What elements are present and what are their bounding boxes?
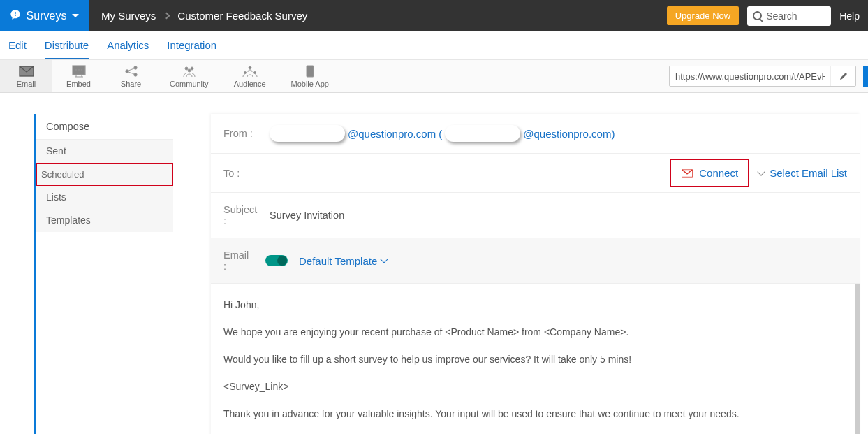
template-select[interactable]: Default Template: [299, 255, 387, 267]
toolbar-share[interactable]: Share: [105, 60, 157, 92]
svg-point-2: [75, 69, 77, 71]
chevron-right-icon: [163, 13, 170, 20]
product-switcher[interactable]: Surveys: [0, 0, 89, 31]
svg-point-4: [80, 69, 82, 71]
body-line: Hi John,: [223, 298, 843, 312]
embed-icon: [72, 64, 86, 78]
right-accent-strip: [863, 66, 868, 87]
mail-icon: [19, 64, 34, 78]
svg-point-5: [125, 70, 128, 73]
to-label: To :: [223, 168, 244, 179]
toolbar-label: Community: [170, 80, 209, 88]
share-icon: [124, 64, 139, 78]
from-domain-1: @questionpro.com (: [348, 128, 442, 140]
svg-point-3: [78, 69, 80, 71]
search-icon: [753, 11, 762, 20]
tab-analytics[interactable]: Analytics: [107, 39, 149, 59]
svg-point-8: [185, 67, 188, 70]
toolbar-email[interactable]: Email: [0, 60, 52, 92]
svg-point-6: [133, 66, 136, 69]
content-area: Compose Sent Scheduled Lists Templates F…: [0, 93, 868, 434]
template-label: Default Template: [299, 255, 377, 267]
subject-value[interactable]: Survey Invitation: [270, 210, 344, 221]
svg-point-7: [133, 73, 136, 76]
help-link[interactable]: Help: [839, 10, 860, 22]
svg-point-15: [309, 75, 311, 76]
sidebar-item-lists[interactable]: Lists: [36, 186, 173, 209]
svg-point-9: [191, 67, 193, 70]
survey-url-box: [669, 66, 856, 87]
from-row: From : @questionpro.com ( @questionpro.c…: [211, 114, 860, 154]
toolbar-label: Share: [121, 80, 141, 88]
connect-label: Connect: [699, 167, 738, 179]
breadcrumb: My Surveys Customer Feedback Survey: [89, 0, 307, 31]
mobile-icon: [306, 64, 314, 78]
sidebar-header: Compose: [36, 114, 173, 140]
email-body-editor[interactable]: Hi John, We hope you are enjoying your r…: [211, 284, 860, 434]
tab-distribute[interactable]: Distribute: [45, 39, 89, 59]
logo-icon: [10, 9, 21, 23]
toolbar-label: Audience: [234, 80, 266, 88]
tab-integration[interactable]: Integration: [167, 39, 216, 59]
gmail-connect-button[interactable]: Connect: [670, 159, 749, 187]
top-bar: Surveys My Surveys Customer Feedback Sur…: [0, 0, 868, 31]
from-domain-2: @questionpro.com): [523, 128, 615, 140]
caret-down-icon: [72, 14, 79, 17]
compose-sidebar: Compose Sent Scheduled Lists Templates: [34, 114, 173, 434]
edit-url-button[interactable]: [830, 66, 855, 86]
svg-point-11: [249, 66, 251, 69]
toolbar-label: Mobile App: [291, 80, 329, 88]
upgrade-button[interactable]: Upgrade Now: [667, 6, 740, 25]
pencil-icon: [839, 71, 848, 81]
sidebar-item-sent[interactable]: Sent: [36, 140, 173, 163]
email-template-row: Email : Default Template: [211, 238, 860, 284]
gmail-icon: [681, 168, 693, 178]
chevron-down-icon: [757, 168, 765, 175]
template-toggle[interactable]: [265, 255, 288, 266]
subject-row: Subject : Survey Invitation: [211, 193, 860, 238]
from-value: @questionpro.com ( @questionpro.com): [270, 125, 615, 142]
main-nav: Edit Distribute Analytics Integration: [0, 31, 868, 60]
sidebar-item-templates[interactable]: Templates: [36, 209, 173, 232]
survey-url-input[interactable]: [670, 71, 830, 82]
tab-edit[interactable]: Edit: [8, 39, 27, 59]
community-icon: [182, 64, 197, 78]
body-line: We hope you are enjoying your recent pur…: [223, 325, 843, 340]
breadcrumb-my-surveys[interactable]: My Surveys: [101, 10, 156, 22]
svg-point-10: [188, 69, 191, 72]
toolbar-audience[interactable]: Audience: [221, 60, 279, 92]
sidebar-item-scheduled[interactable]: Scheduled: [36, 163, 173, 186]
audience-icon: [242, 64, 258, 78]
toolbar-embed[interactable]: Embed: [52, 60, 105, 92]
toolbar-label: Email: [17, 80, 36, 88]
chevron-down-icon: [381, 255, 388, 263]
select-email-list-button[interactable]: Select Email List: [758, 167, 847, 179]
from-label: From :: [223, 128, 263, 139]
email-label: Email :: [223, 249, 254, 272]
redacted-pill: [445, 125, 520, 142]
to-row: To : Connect Select Email List: [211, 154, 860, 193]
toolbar-mobile[interactable]: Mobile App: [279, 60, 341, 92]
toolbar-community[interactable]: Community: [157, 60, 221, 92]
select-list-label: Select Email List: [770, 167, 847, 179]
svg-point-13: [253, 72, 256, 74]
search-placeholder: Search: [766, 10, 797, 22]
body-line: Thank you in advance for your valuable i…: [223, 407, 843, 421]
svg-point-12: [244, 72, 246, 74]
compose-panel: From : @questionpro.com ( @questionpro.c…: [211, 114, 860, 434]
breadcrumb-current[interactable]: Customer Feedback Survey: [177, 10, 307, 22]
body-line: Would you like to fill up a short survey…: [223, 352, 843, 367]
toolbar-label: Embed: [66, 80, 91, 88]
search-input[interactable]: Search: [747, 6, 831, 26]
subject-label: Subject :: [223, 204, 263, 226]
redacted-pill: [270, 125, 345, 142]
product-name: Surveys: [27, 10, 67, 22]
body-line: <Survey_Link>: [223, 379, 843, 394]
distribute-toolbar: Email Embed Share Community Audience Mob…: [0, 60, 868, 93]
top-right-controls: Upgrade Now Search Help: [667, 0, 868, 31]
